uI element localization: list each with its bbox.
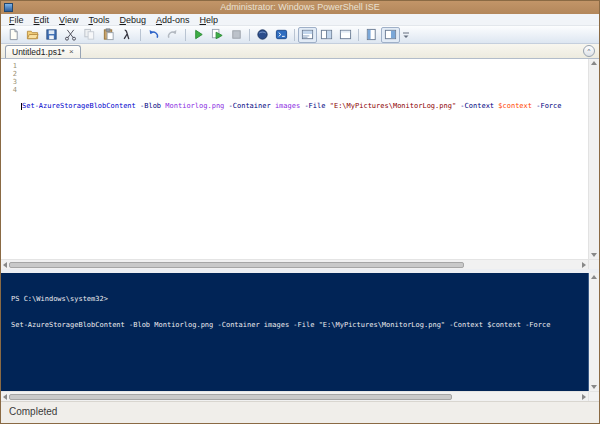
- code-line: [21, 126, 588, 134]
- command-addon-icon: [384, 28, 397, 41]
- line-number: 3: [1, 78, 17, 86]
- copy-icon: [83, 28, 96, 41]
- run-selection-button[interactable]: [208, 27, 227, 43]
- menu-tools[interactable]: Tools: [83, 14, 114, 26]
- menu-help[interactable]: Help: [195, 14, 224, 26]
- save-icon: [45, 28, 58, 41]
- code-token-parameter: -Blob: [136, 102, 161, 110]
- editor-horizontal-scrollbar[interactable]: [1, 259, 588, 269]
- new-script-icon: [7, 28, 20, 41]
- code-token-parameter: -Container: [224, 102, 270, 110]
- line-number: 1: [1, 62, 17, 70]
- code-line: [21, 78, 588, 86]
- clear-console-button[interactable]: [118, 27, 137, 43]
- open-script-button[interactable]: [23, 27, 42, 43]
- chevron-down-icon: [402, 30, 410, 40]
- scroll-right-arrow-icon[interactable]: [582, 262, 586, 268]
- collapse-script-pane-button[interactable]: ^: [583, 45, 595, 57]
- console-line: [11, 372, 588, 381]
- console-command-echo: Set-AzureStorageBlobContent -Blob Montio…: [11, 321, 588, 330]
- undo-button[interactable]: [144, 27, 163, 43]
- save-button[interactable]: [42, 27, 61, 43]
- run-script-icon: [192, 28, 205, 41]
- line-number: 4: [1, 86, 17, 94]
- toolbar-separator: [185, 29, 186, 41]
- scroll-left-arrow-icon[interactable]: [3, 394, 7, 400]
- new-script-button[interactable]: [4, 27, 23, 43]
- menu-view[interactable]: View: [54, 14, 83, 26]
- cut-button[interactable]: [61, 27, 80, 43]
- redo-icon: [166, 28, 179, 41]
- start-powershell-button[interactable]: [272, 27, 291, 43]
- code-token-cmdlet: Set-AzureStorageBlobContent: [22, 102, 136, 110]
- open-folder-icon: [26, 28, 39, 41]
- scroll-left-arrow-icon[interactable]: [3, 262, 7, 268]
- menu-edit[interactable]: Edit: [29, 14, 55, 26]
- scrollbar-corner: [588, 391, 599, 401]
- show-command-window-button[interactable]: [362, 27, 381, 43]
- scroll-up-arrow-icon[interactable]: [591, 61, 597, 65]
- console-pane: PS C:\Windows\system32> Set-AzureStorage…: [1, 273, 599, 401]
- menu-addons[interactable]: Add-ons: [151, 14, 195, 26]
- menu-bar: File Edit View Tools Debug Add-ons Help: [1, 14, 599, 26]
- code-token-variable: $context: [494, 102, 532, 110]
- code-token-argument: Montiorlog.png: [161, 102, 224, 110]
- script-pane-maximized-icon: [339, 28, 352, 41]
- app-icon: [4, 3, 13, 12]
- console-horizontal-scrollbar[interactable]: [1, 391, 588, 401]
- code-token-parameter: -File: [300, 102, 325, 110]
- paste-button[interactable]: [99, 27, 118, 43]
- command-window-icon: [365, 28, 378, 41]
- run-script-button[interactable]: [189, 27, 208, 43]
- code-line-command: Set-AzureStorageBlobContent -Blob Montio…: [21, 102, 588, 110]
- copy-button[interactable]: [80, 27, 99, 43]
- new-remote-powershell-tab-button[interactable]: [253, 27, 272, 43]
- powershell-icon: [275, 28, 288, 41]
- window-title: Administrator: Windows PowerShell ISE: [1, 1, 599, 14]
- scroll-down-arrow-icon[interactable]: [591, 253, 597, 257]
- paste-icon: [102, 28, 115, 41]
- show-script-pane-top-button[interactable]: [298, 27, 317, 43]
- show-script-pane-maximized-button[interactable]: [336, 27, 355, 43]
- scroll-down-arrow-icon[interactable]: [591, 385, 597, 389]
- line-number-gutter: 1 2 3 4: [1, 59, 21, 259]
- run-selection-icon: [211, 28, 224, 41]
- line-number: 2: [1, 70, 17, 78]
- menu-file[interactable]: File: [4, 14, 29, 26]
- script-pane-top-icon: [301, 28, 314, 41]
- script-tab-bar: Untitled1.ps1* × ^: [1, 44, 599, 59]
- console-prompt: PS C:\Windows\system32>: [11, 295, 588, 304]
- toolbar: [1, 26, 599, 44]
- console-line: [11, 346, 588, 355]
- toolbar-separator: [140, 29, 141, 41]
- console-output[interactable]: PS C:\Windows\system32> Set-AzureStorage…: [1, 273, 588, 391]
- menu-debug[interactable]: Debug: [114, 14, 151, 26]
- scroll-right-arrow-icon[interactable]: [582, 394, 586, 400]
- script-code-area[interactable]: Set-AzureStorageBlobContent -Blob Montio…: [21, 59, 588, 259]
- chevron-up-icon: ^: [588, 48, 591, 54]
- status-text: Completed: [9, 406, 57, 417]
- code-token-argument: images: [271, 102, 301, 110]
- scrollbar-thumb[interactable]: [9, 394, 452, 400]
- scrollbar-thumb[interactable]: [9, 262, 464, 268]
- script-pane-right-icon: [320, 28, 333, 41]
- redo-button[interactable]: [163, 27, 182, 43]
- toolbar-overflow-button[interactable]: [402, 30, 410, 40]
- remote-tab-icon: [256, 28, 269, 41]
- editor-vertical-scrollbar[interactable]: [588, 59, 599, 259]
- status-bar: Completed: [1, 401, 599, 423]
- cut-icon: [64, 28, 77, 41]
- tab-close-icon[interactable]: ×: [69, 48, 74, 56]
- tab-untitled1[interactable]: Untitled1.ps1* ×: [5, 45, 81, 58]
- code-token-parameter: -Force: [532, 102, 562, 110]
- code-line: [21, 150, 588, 158]
- console-vertical-scrollbar[interactable]: [588, 273, 599, 391]
- scroll-up-arrow-icon[interactable]: [591, 275, 597, 279]
- scrollbar-corner: [588, 259, 599, 269]
- stop-operation-button[interactable]: [227, 27, 246, 43]
- clear-console-icon: [121, 28, 134, 41]
- show-script-pane-right-button[interactable]: [317, 27, 336, 43]
- toolbar-separator: [294, 29, 295, 41]
- show-command-addon-button[interactable]: [381, 27, 400, 43]
- title-bar: Administrator: Windows PowerShell ISE: [1, 1, 599, 14]
